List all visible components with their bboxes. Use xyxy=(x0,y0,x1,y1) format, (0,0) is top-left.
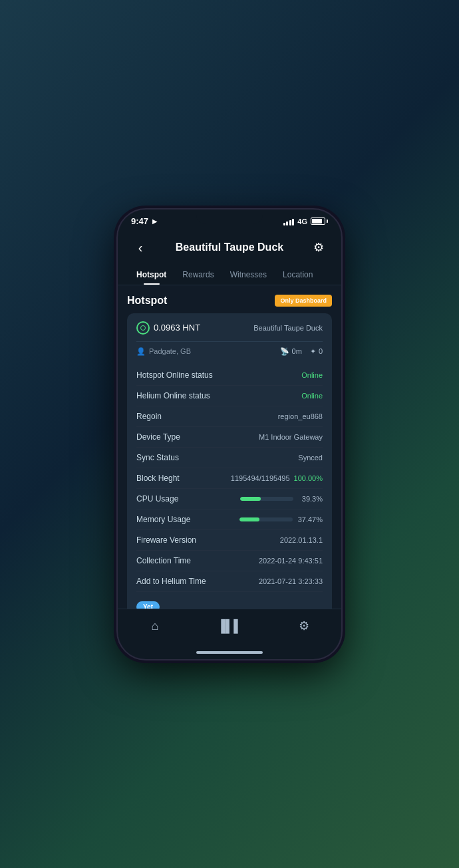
status-icons: 4G xyxy=(283,217,328,225)
memory-percent-label: 37.47% xyxy=(298,515,323,523)
stat-label-1: Helium Online status xyxy=(136,391,210,400)
cpu-progress-container: 39.3% xyxy=(178,495,323,503)
memory-progress-bar-fill xyxy=(239,517,259,521)
stat-row-0: Hotspot Online status Online xyxy=(136,365,323,386)
collection-time-value: 2022-01-24 9:43:51 xyxy=(259,557,323,565)
home-indicator xyxy=(118,646,341,659)
device-name-label: Beautiful Taupe Duck xyxy=(253,324,323,332)
section-header: Hotspot Only Dashboard xyxy=(127,295,332,307)
bottom-nav: ⌂ ▐▌▌ ⚙ xyxy=(118,609,341,646)
back-button[interactable]: ‹ xyxy=(131,240,150,255)
collection-time-row: Collection Time 2022-01-24 9:43:51 xyxy=(136,551,323,571)
settings-button[interactable]: ⚙ xyxy=(309,240,328,255)
helium-time-row: Add to Helium Time 2021-07-21 3:23:33 xyxy=(136,571,323,592)
block-height-row: Block Heght 1195494/1195495 100.00% xyxy=(136,468,323,489)
stat-label-4: Sync Status xyxy=(136,453,179,462)
distance-stat: 📡 0m xyxy=(280,347,302,356)
card-top-row: 0.0963 HNT Beautiful Taupe Duck xyxy=(136,321,323,342)
hotspot-card: 0.0963 HNT Beautiful Taupe Duck 👤 Padgat… xyxy=(127,313,332,609)
collection-time-label: Collection Time xyxy=(136,556,191,565)
block-height-value: 1195494/1195495 xyxy=(231,474,290,482)
scale-stat: ✦ 0 xyxy=(310,347,323,356)
stat-value-4: Synced xyxy=(298,454,323,462)
home-bar xyxy=(196,651,263,654)
fireware-value: 2022.01.13.1 xyxy=(280,536,323,544)
stat-label-2: Regoin xyxy=(136,412,162,421)
helium-time-label: Add to Helium Time xyxy=(136,577,206,586)
card-location-row: 👤 Padgate, GB 📡 0m ✦ 0 xyxy=(136,347,323,356)
fireware-row: Fireware Version 2022.01.13.1 xyxy=(136,530,323,551)
fireware-label: Fireware Version xyxy=(136,535,196,545)
card-stats-right: 📡 0m ✦ 0 xyxy=(280,347,323,356)
hnt-value: 0.0963 HNT xyxy=(154,323,200,333)
nav-home[interactable]: ⌂ xyxy=(118,619,192,633)
stat-value-0: Online xyxy=(301,371,323,379)
gear-icon: ⚙ xyxy=(299,619,309,633)
cpu-usage-label: CPU Usage xyxy=(136,494,178,504)
hnt-balance: 0.0963 HNT xyxy=(136,321,200,335)
stat-label-3: Device Type xyxy=(136,432,180,442)
yet-badge[interactable]: Yet xyxy=(136,601,160,609)
cpu-progress-bar-bg xyxy=(240,497,293,501)
tab-hotspot[interactable]: Hotspot xyxy=(128,263,174,285)
tab-bar: Hotspot Rewards Witnesses Location xyxy=(118,263,341,285)
network-type: 4G xyxy=(297,217,307,225)
wifi-icon: 📡 xyxy=(280,347,289,356)
page-title: Beautiful Taupe Duck xyxy=(176,241,283,253)
dashboard-badge[interactable]: Only Dashboard xyxy=(275,295,332,307)
stat-value-1: Online xyxy=(301,392,323,400)
stat-value-3: M1 Indoor Gateway xyxy=(259,433,323,441)
stat-row-1: Helium Online status Online xyxy=(136,386,323,406)
location-info: 👤 Padgate, GB xyxy=(136,347,191,356)
header: ‹ Beautiful Taupe Duck ⚙ xyxy=(118,233,341,263)
phone-frame: 9:47 ▶ 4G ‹ Beautiful Taupe Duck ⚙ xyxy=(116,208,343,660)
hnt-icon xyxy=(136,321,150,335)
location-person-icon: 👤 xyxy=(136,347,146,356)
home-icon: ⌂ xyxy=(152,619,159,633)
yet-container: Yet xyxy=(136,592,323,609)
nav-settings[interactable]: ⚙ xyxy=(267,619,341,633)
memory-usage-row: Memory Usage 37.47% xyxy=(136,509,323,530)
cpu-usage-row: CPU Usage 39.3% xyxy=(136,489,323,509)
main-content: Hotspot Only Dashboard 0.0963 HNT Beauti… xyxy=(118,285,341,609)
status-time: 9:47 ▶ xyxy=(131,216,157,226)
cpu-progress-bar-fill xyxy=(240,497,261,501)
stats-icon: ▐▌▌ xyxy=(217,619,242,633)
block-height-label: Block Heght xyxy=(136,474,180,483)
helium-time-value: 2021-07-21 3:23:33 xyxy=(259,577,323,585)
stat-row-4: Sync Status Synced xyxy=(136,448,323,468)
block-height-percent: 100.00% xyxy=(294,474,323,482)
notch xyxy=(196,210,263,224)
section-title: Hotspot xyxy=(127,295,167,307)
stat-row-3: Device Type M1 Indoor Gateway xyxy=(136,427,323,448)
nav-stats[interactable]: ▐▌▌ xyxy=(192,619,267,633)
signal-bars-icon xyxy=(283,217,295,225)
location-arrow-icon: ▶ xyxy=(152,218,157,225)
stat-label-0: Hotspot Online status xyxy=(136,370,213,380)
memory-progress-container: 37.47% xyxy=(190,515,323,523)
tab-location[interactable]: Location xyxy=(275,263,321,285)
stat-row-2: Regoin region_eu868 xyxy=(136,406,323,427)
memory-progress-bar-bg xyxy=(239,517,293,521)
cpu-percent-label: 39.3% xyxy=(299,495,323,503)
tab-witnesses[interactable]: Witnesses xyxy=(222,263,275,285)
scale-icon: ✦ xyxy=(310,347,316,356)
memory-usage-label: Memory Usage xyxy=(136,515,190,524)
battery-icon xyxy=(311,217,328,225)
distance-value: 0m xyxy=(292,347,302,355)
location-value: Padgate, GB xyxy=(149,347,191,355)
tab-rewards[interactable]: Rewards xyxy=(174,263,222,285)
scale-value: 0 xyxy=(319,347,323,355)
stat-value-2: region_eu868 xyxy=(278,412,323,420)
